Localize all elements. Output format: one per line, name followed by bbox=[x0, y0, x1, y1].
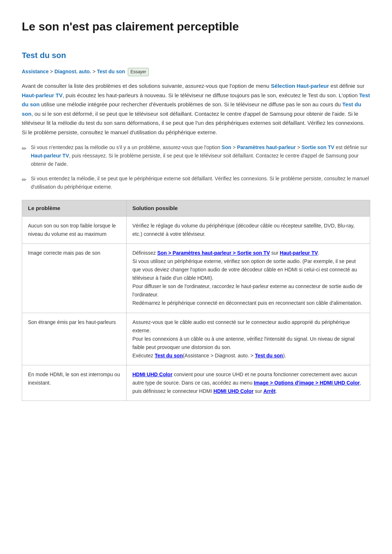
breadcrumb-testduson[interactable]: Test du son bbox=[97, 69, 125, 74]
solution-cell-2: Définissez Son > Paramètres haut-parleur… bbox=[126, 243, 370, 313]
intro-paragraph: Avant de consulter la liste des problème… bbox=[22, 81, 370, 137]
link-test-du-son-4[interactable]: Test du son bbox=[255, 353, 283, 358]
link-parametres-haut-parleur[interactable]: Paramètres haut-parleur bbox=[237, 144, 296, 150]
breadcrumb: Assistance > Diagnost. auto. > Test du s… bbox=[22, 67, 370, 76]
breadcrumb-sep-2: > bbox=[93, 69, 97, 74]
link-haut-parleur-tv-3[interactable]: Haut-parleur TV bbox=[280, 250, 318, 256]
link-image-options-hdmi[interactable]: Image > Options d'image > HDMI UHD Color bbox=[254, 380, 360, 386]
problem-solution-table: Le problème Solution possible Aucun son … bbox=[22, 200, 370, 401]
bullet-text-1: Si vous n'entendez pas la mélodie ou s'i… bbox=[31, 143, 370, 168]
problem-cell-1: Aucun son ou son trop faible lorsque le … bbox=[22, 216, 127, 243]
link-sortie-son-tv[interactable]: Sortie son TV bbox=[302, 144, 334, 150]
bullet-item-2: ✏ Si vous entendez la mélodie, il se peu… bbox=[22, 175, 370, 191]
solution-cell-4: HDMI UHD Color convient pour une source … bbox=[126, 365, 370, 401]
bullet-text-2: Si vous entendez la mélodie, il se peut … bbox=[31, 175, 370, 191]
link-hdmi-uhd-color-1[interactable]: HDMI UHD Color bbox=[132, 372, 172, 377]
breadcrumb-diagnost[interactable]: Diagnost. auto. bbox=[54, 69, 91, 74]
link-haut-parleur-tv-1[interactable]: Haut-parleur TV bbox=[22, 92, 63, 98]
solution-cell-3: Assurez-vous que le câble audio est conn… bbox=[126, 313, 370, 365]
solution-text-2: Définissez Son > Paramètres haut-parleur… bbox=[132, 250, 363, 306]
test-du-son-section: Test du son Assistance > Diagnost. auto.… bbox=[22, 49, 370, 401]
table-row: En mode HDMI, le son est interrompu ou i… bbox=[22, 365, 370, 401]
table-row: Son étrange émis par les haut-parleurs A… bbox=[22, 313, 370, 365]
link-arret[interactable]: Arrêt bbox=[264, 388, 275, 394]
problem-cell-3: Son étrange émis par les haut-parleurs bbox=[22, 313, 127, 365]
breadcrumb-sep-1: > bbox=[50, 69, 54, 74]
bullet-item-1: ✏ Si vous n'entendez pas la mélodie ou s… bbox=[22, 143, 370, 168]
link-test-du-son-2[interactable]: Test du son bbox=[22, 101, 361, 117]
link-hdmi-uhd-color-2[interactable]: HDMI UHD Color bbox=[213, 388, 253, 394]
link-son[interactable]: Son bbox=[222, 144, 231, 150]
col-problem: Le problème bbox=[22, 200, 127, 216]
pencil-icon-2: ✏ bbox=[22, 175, 26, 185]
link-son-param-sortie[interactable]: Son > Paramètres haut-parleur > Sortie s… bbox=[157, 250, 270, 256]
table-row: Aucun son ou son trop faible lorsque le … bbox=[22, 216, 370, 243]
bullet-list: ✏ Si vous n'entendez pas la mélodie ou s… bbox=[22, 143, 370, 191]
table-header-row: Le problème Solution possible bbox=[22, 200, 370, 216]
col-solution: Solution possible bbox=[126, 200, 370, 216]
problem-cell-2: Image correcte mais pas de son bbox=[22, 243, 127, 313]
table-row: Image correcte mais pas de son Définisse… bbox=[22, 243, 370, 313]
solution-text-3: Assurez-vous que le câble audio est conn… bbox=[132, 319, 355, 358]
pencil-icon-1: ✏ bbox=[22, 144, 26, 153]
solution-cell-1: Vérifiez le réglage du volume du périphé… bbox=[126, 216, 370, 243]
page-title: Le son n'est pas clairement perceptible bbox=[22, 17, 370, 36]
solution-text-4: HDMI UHD Color convient pour une source … bbox=[132, 372, 361, 394]
essayer-badge[interactable]: Essayer bbox=[128, 68, 148, 76]
link-selection-haut-parleur[interactable]: Sélection Haut-parleur bbox=[271, 83, 329, 89]
link-test-du-son-1[interactable]: Test du son bbox=[22, 92, 370, 108]
problem-cell-4: En mode HDMI, le son est interrompu ou i… bbox=[22, 365, 127, 401]
section-title: Test du son bbox=[22, 49, 370, 62]
link-haut-parleur-tv-2[interactable]: Haut-parleur TV bbox=[31, 153, 69, 159]
link-test-du-son-3[interactable]: Test du son bbox=[155, 353, 183, 358]
breadcrumb-assistance[interactable]: Assistance bbox=[22, 69, 49, 74]
